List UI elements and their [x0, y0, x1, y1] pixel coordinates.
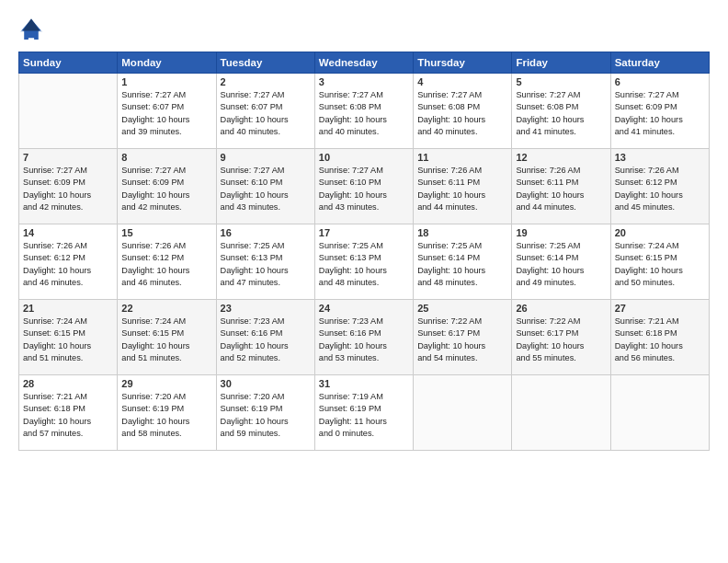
day-info: Sunset: 6:09 PM: [121, 177, 211, 189]
day-info: and 49 minutes.: [516, 277, 606, 289]
day-info: Sunrise: 7:26 AM: [615, 165, 705, 177]
calendar-header-row: SundayMondayTuesdayWednesdayThursdayFrid…: [19, 52, 710, 74]
calendar-cell: 7Sunrise: 7:27 AMSunset: 6:09 PMDaylight…: [19, 149, 118, 224]
day-number: 22: [121, 303, 211, 314]
day-info: Sunrise: 7:27 AM: [23, 165, 113, 177]
day-number: 6: [615, 76, 705, 87]
day-number: 3: [319, 76, 409, 87]
day-number: 21: [23, 303, 113, 314]
day-info: Daylight: 10 hours: [221, 340, 311, 352]
day-number: 18: [417, 227, 507, 238]
day-info: and 50 minutes.: [615, 277, 705, 289]
day-info: Daylight: 10 hours: [516, 340, 606, 352]
day-info: Daylight: 10 hours: [615, 265, 705, 277]
day-info: Sunrise: 7:27 AM: [319, 165, 409, 177]
day-info: and 52 minutes.: [221, 352, 311, 364]
col-header-tuesday: Tuesday: [216, 52, 314, 74]
day-info: Daylight: 10 hours: [516, 265, 606, 277]
day-number: 1: [121, 76, 211, 87]
day-info: Sunrise: 7:24 AM: [23, 316, 113, 327]
calendar-cell: 13Sunrise: 7:26 AMSunset: 6:12 PMDayligh…: [610, 149, 709, 224]
day-info: Sunset: 6:12 PM: [121, 252, 211, 264]
day-number: 17: [319, 227, 409, 238]
calendar-cell: 10Sunrise: 7:27 AMSunset: 6:10 PMDayligh…: [314, 149, 413, 224]
day-info: and 48 minutes.: [417, 277, 507, 289]
calendar-cell: 21Sunrise: 7:24 AMSunset: 6:15 PMDayligh…: [19, 300, 118, 375]
calendar-cell: 15Sunrise: 7:26 AMSunset: 6:12 PMDayligh…: [118, 224, 216, 300]
day-info: Sunset: 6:11 PM: [516, 177, 606, 189]
day-info: and 55 minutes.: [516, 352, 606, 364]
day-info: Sunset: 6:17 PM: [516, 327, 606, 339]
day-number: 15: [121, 227, 211, 238]
day-number: 31: [319, 378, 409, 389]
calendar-cell: 5Sunrise: 7:27 AMSunset: 6:08 PMDaylight…: [512, 74, 610, 149]
day-info: Sunrise: 7:24 AM: [121, 316, 211, 327]
calendar-cell: 2Sunrise: 7:27 AMSunset: 6:07 PMDaylight…: [216, 74, 314, 149]
day-info: Daylight: 10 hours: [121, 340, 211, 352]
day-info: Sunrise: 7:25 AM: [516, 240, 606, 252]
day-info: Sunrise: 7:27 AM: [615, 89, 705, 101]
day-info: and 54 minutes.: [417, 352, 507, 364]
day-info: Daylight: 10 hours: [319, 340, 409, 352]
calendar-cell: 31Sunrise: 7:19 AMSunset: 6:19 PMDayligh…: [314, 375, 413, 451]
calendar-cell: 16Sunrise: 7:25 AMSunset: 6:13 PMDayligh…: [216, 224, 314, 300]
day-info: Sunset: 6:18 PM: [23, 403, 113, 415]
day-info: Sunrise: 7:26 AM: [121, 240, 211, 252]
day-info: and 57 minutes.: [23, 428, 113, 440]
day-info: Sunrise: 7:24 AM: [615, 240, 705, 252]
day-info: Daylight: 10 hours: [417, 265, 507, 277]
day-info: Daylight: 10 hours: [417, 190, 507, 201]
day-info: Sunrise: 7:23 AM: [319, 316, 409, 327]
day-info: and 43 minutes.: [319, 201, 409, 213]
day-number: 5: [516, 76, 606, 87]
day-number: 2: [221, 76, 311, 87]
calendar-cell: 12Sunrise: 7:26 AMSunset: 6:11 PMDayligh…: [512, 149, 610, 224]
calendar-cell: 30Sunrise: 7:20 AMSunset: 6:19 PMDayligh…: [216, 375, 314, 451]
day-info: and 46 minutes.: [121, 277, 211, 289]
day-number: 23: [221, 303, 311, 314]
day-number: 13: [615, 152, 705, 163]
calendar-cell: 6Sunrise: 7:27 AMSunset: 6:09 PMDaylight…: [610, 74, 709, 149]
day-info: Sunrise: 7:25 AM: [417, 240, 507, 252]
day-number: 20: [615, 227, 705, 238]
day-info: Sunrise: 7:27 AM: [319, 89, 409, 101]
day-info: and 44 minutes.: [516, 201, 606, 213]
day-info: Sunset: 6:19 PM: [221, 403, 311, 415]
calendar-cell: 25Sunrise: 7:22 AMSunset: 6:17 PMDayligh…: [414, 300, 512, 375]
day-info: Sunset: 6:17 PM: [417, 327, 507, 339]
day-info: and 53 minutes.: [319, 352, 409, 364]
calendar-cell: 29Sunrise: 7:20 AMSunset: 6:19 PMDayligh…: [118, 375, 216, 451]
day-info: Daylight: 10 hours: [615, 114, 705, 126]
calendar-cell: [512, 375, 610, 451]
day-info: Daylight: 10 hours: [615, 340, 705, 352]
week-row-5: 28Sunrise: 7:21 AMSunset: 6:18 PMDayligh…: [19, 375, 710, 451]
day-number: 12: [516, 152, 606, 163]
day-info: Sunrise: 7:27 AM: [121, 165, 211, 177]
calendar-cell: 23Sunrise: 7:23 AMSunset: 6:16 PMDayligh…: [216, 300, 314, 375]
day-info: and 59 minutes.: [221, 428, 311, 440]
calendar-cell: 28Sunrise: 7:21 AMSunset: 6:18 PMDayligh…: [19, 375, 118, 451]
day-info: and 44 minutes.: [417, 201, 507, 213]
day-info: Sunset: 6:09 PM: [615, 101, 705, 113]
day-info: and 39 minutes.: [121, 126, 211, 138]
col-header-thursday: Thursday: [414, 52, 512, 74]
day-info: Sunset: 6:15 PM: [615, 252, 705, 264]
day-number: 27: [615, 303, 705, 314]
calendar-cell: 24Sunrise: 7:23 AMSunset: 6:16 PMDayligh…: [314, 300, 413, 375]
day-info: Sunset: 6:10 PM: [221, 177, 311, 189]
calendar-cell: 27Sunrise: 7:21 AMSunset: 6:18 PMDayligh…: [610, 300, 709, 375]
day-info: and 56 minutes.: [615, 352, 705, 364]
day-info: Sunset: 6:16 PM: [221, 327, 311, 339]
day-number: 11: [417, 152, 507, 163]
day-info: Sunset: 6:14 PM: [516, 252, 606, 264]
calendar-cell: [19, 74, 118, 149]
calendar-cell: 8Sunrise: 7:27 AMSunset: 6:09 PMDaylight…: [118, 149, 216, 224]
page-header: [18, 17, 710, 42]
day-info: Sunset: 6:09 PM: [23, 177, 113, 189]
day-info: and 42 minutes.: [121, 201, 211, 213]
day-info: Daylight: 10 hours: [121, 416, 211, 428]
week-row-1: 1Sunrise: 7:27 AMSunset: 6:07 PMDaylight…: [19, 74, 710, 149]
day-info: and 41 minutes.: [615, 126, 705, 138]
day-info: Daylight: 10 hours: [221, 265, 311, 277]
calendar-cell: [610, 375, 709, 451]
